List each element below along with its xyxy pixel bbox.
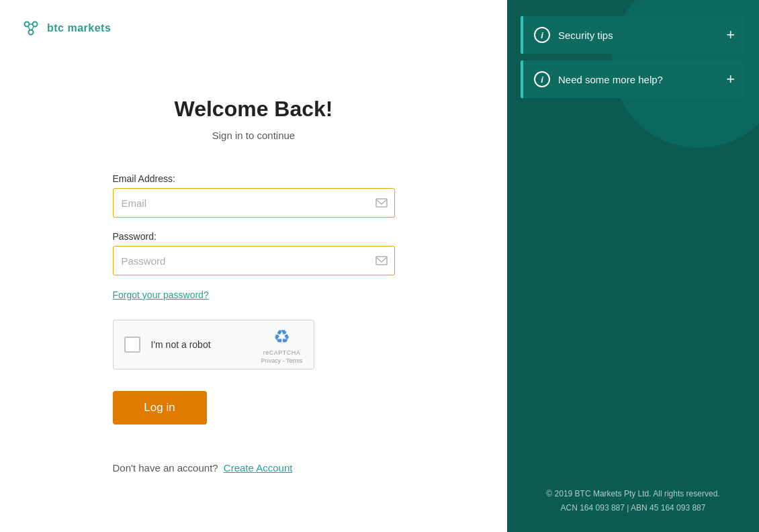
password-label: Password: [113, 231, 395, 242]
svg-point-1 [33, 22, 38, 27]
create-account-text: Don't have an account? Create Account [113, 462, 293, 474]
svg-rect-7 [376, 257, 387, 265]
recaptcha-label: I'm not a robot [151, 339, 251, 350]
help-expand-icon: + [726, 72, 735, 87]
right-panel: i Security tips + i Need some more help?… [507, 0, 759, 532]
svg-rect-6 [376, 199, 387, 207]
security-tips-info-icon: i [534, 27, 550, 43]
recaptcha-checkbox[interactable] [124, 337, 140, 353]
forgot-password-link[interactable]: Forgot your password? [113, 290, 209, 300]
left-panel: btc markets Welcome Back! Sign in to con… [0, 0, 507, 532]
login-button[interactable]: Log in [113, 391, 207, 425]
recaptcha-logo: ♻ reCAPTCHA Privacy - Terms [261, 326, 303, 364]
footer-line2: ACN 164 093 887 | ABN 45 164 093 887 [521, 501, 746, 516]
logo-area: btc markets [0, 0, 507, 56]
right-panel-content: i Security tips + i Need some more help?… [507, 0, 759, 121]
login-form-container: Welcome Back! Sign in to continue Email … [0, 56, 507, 532]
recaptcha-links: Privacy - Terms [261, 357, 303, 364]
svg-point-0 [25, 22, 30, 27]
footer-line1: © 2019 BTC Markets Pty Ltd. All rights r… [521, 487, 746, 502]
security-tips-title: Security tips [558, 30, 718, 41]
create-account-link[interactable]: Create Account [224, 462, 293, 474]
email-input[interactable] [113, 188, 395, 218]
email-icon [375, 196, 388, 210]
help-header[interactable]: i Need some more help? + [523, 60, 746, 98]
security-tips-expand-icon: + [726, 28, 735, 42]
recaptcha-brand: reCAPTCHA [263, 349, 301, 356]
password-input-wrapper [113, 246, 395, 275]
help-info-icon: i [534, 71, 550, 87]
welcome-title: Welcome Back! [175, 97, 333, 122]
recaptcha-area: I'm not a robot ♻ reCAPTCHA Privacy - Te… [113, 320, 395, 369]
help-title: Need some more help? [558, 74, 718, 85]
logo-icon [21, 19, 40, 38]
security-tips-accordion[interactable]: i Security tips + [521, 16, 746, 54]
help-accordion[interactable]: i Need some more help? + [521, 60, 746, 98]
logo-text: btc markets [47, 22, 111, 34]
sign-in-subtitle: Sign in to continue [212, 130, 295, 141]
forgot-password-area: Forgot your password? [113, 289, 395, 301]
password-input[interactable] [113, 246, 395, 275]
email-input-wrapper [113, 188, 395, 218]
no-account-label: Don't have an account? [113, 462, 218, 474]
recaptcha-box[interactable]: I'm not a robot ♻ reCAPTCHA Privacy - Te… [113, 320, 314, 369]
email-label: Email Address: [113, 173, 395, 184]
password-form-group: Password: [113, 231, 395, 275]
password-icon [375, 254, 388, 267]
security-tips-header[interactable]: i Security tips + [523, 16, 746, 54]
right-footer: © 2019 BTC Markets Pty Ltd. All rights r… [507, 471, 759, 532]
svg-point-2 [29, 30, 34, 35]
recaptcha-spiral-icon: ♻ [273, 326, 290, 348]
email-form-group: Email Address: [113, 173, 395, 218]
